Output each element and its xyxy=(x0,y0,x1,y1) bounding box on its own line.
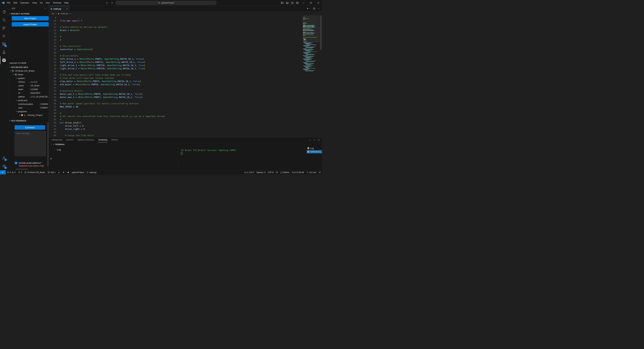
panel-tab-terminal[interactable]: TERMINAL xyxy=(98,137,108,142)
project-name[interactable]: pythonProject xyxy=(70,170,85,174)
code-line[interactable] xyxy=(60,86,322,89)
menu-selection[interactable]: Selection xyxy=(18,1,30,5)
notifications[interactable] xyxy=(318,170,322,174)
customize-layout-button[interactable] xyxy=(295,1,300,5)
breadcrumb-file[interactable]: main.py xyxy=(61,12,68,15)
code-line[interactable]: def drive_task(): xyxy=(60,121,322,124)
panel-tab-ports[interactable]: PORTS xyxy=(111,137,118,142)
tree-item[interactable]: user: COM47 xyxy=(8,106,49,110)
panel-tab-problems[interactable]: PROBLEMS xyxy=(52,137,62,142)
code-line[interactable] xyxy=(60,32,322,35)
language-mode[interactable]: { }Python xyxy=(280,170,291,174)
panel-close-icon[interactable] xyxy=(318,139,320,141)
editor-more-actions-icon[interactable] xyxy=(317,8,320,10)
tree-item[interactable]: communication: COM48 xyxy=(8,102,49,106)
code-line[interactable]: # xyxy=(60,38,322,42)
tree-item[interactable]: id: 88542800 xyxy=(8,91,49,95)
remote-indicator[interactable] xyxy=(0,170,6,174)
code-line[interactable]: # All motors are controlled from this fu… xyxy=(60,115,322,118)
code-line[interactable] xyxy=(60,70,322,73)
code-line[interactable]: MAX_SPEED = 40 xyxy=(60,105,322,108)
code-line[interactable]: # Brain should be defined by default xyxy=(60,26,322,29)
panel-tab-debug-console[interactable]: DEBUG CONSOLE xyxy=(78,137,94,142)
code-line[interactable]: arm_motor = Motor(Ports.PORT8, GearSetti… xyxy=(60,83,322,86)
include-email-checkbox[interactable] xyxy=(15,162,17,164)
code-editor[interactable]: 9101112131415161718192021222324252627282… xyxy=(49,16,322,137)
activity-search[interactable] xyxy=(0,16,8,24)
activity-explorer[interactable] xyxy=(0,8,8,16)
sidebar-horizontal-scrollbar[interactable] xyxy=(16,169,28,170)
maximize-button[interactable] xyxy=(307,0,314,6)
code-line[interactable]: motor_aux_1 = Motor(Ports.PORT5, GearSet… xyxy=(60,92,322,96)
toggle-primary-sidebar-button[interactable] xyxy=(280,1,285,5)
toggle-secondary-sidebar-button[interactable] xyxy=(290,1,295,5)
activity-run-and-debug[interactable] xyxy=(0,32,8,40)
forward-button[interactable] xyxy=(111,2,113,4)
menu-file[interactable]: File xyxy=(5,1,12,5)
back-button[interactable] xyxy=(106,2,108,4)
code-area[interactable]: from vex import *# Brain should be defin… xyxy=(60,16,322,137)
python-interpreter[interactable]: 3.12.12 64-bit xyxy=(290,170,305,174)
code-line[interactable] xyxy=(60,51,322,54)
menu-go[interactable]: Go xyxy=(38,1,44,5)
activity-testing[interactable] xyxy=(0,48,8,56)
cursor-position[interactable]: Ln 1, Col 1 xyxy=(243,170,255,174)
tab-close-icon[interactable] xyxy=(66,8,68,10)
active-program[interactable]: main.py xyxy=(85,170,98,174)
tree-item[interactable]: python: 1.0.1.25 (0x5C3D... xyxy=(8,95,49,98)
menu-run[interactable]: Run xyxy=(44,1,51,5)
code-line[interactable]: # setup the claw motor xyxy=(60,134,322,137)
code-line[interactable]: from vex import * xyxy=(60,19,322,22)
code-line[interactable]: drive_left = 0 xyxy=(60,124,322,128)
breadcrumb-src[interactable]: src xyxy=(52,12,54,15)
code-line[interactable]: # xyxy=(60,35,322,38)
section-device-info[interactable]: VEX DEVICE INFO xyxy=(8,66,49,69)
panel-tab-output[interactable]: OUTPUT xyxy=(66,137,74,142)
code-line[interactable]: left_drive_1 = Motor(Ports.PORT1, GearSe… xyxy=(60,57,322,60)
menu-view[interactable]: View xyxy=(31,1,38,5)
go-live[interactable]: Go Live xyxy=(305,170,318,174)
vex-slot[interactable]: Slot 1 xyxy=(46,170,57,174)
code-line[interactable] xyxy=(60,131,322,134)
vex-download-button[interactable] xyxy=(57,170,62,174)
tree-item[interactable]: Brain xyxy=(8,72,49,76)
split-editor-button[interactable] xyxy=(313,8,315,10)
code-line[interactable]: controller = Controller() xyxy=(60,48,322,51)
activity-source-control[interactable] xyxy=(0,24,8,32)
code-line[interactable] xyxy=(60,42,322,44)
section-feedback[interactable]: VEX FEEDBACK xyxy=(8,119,49,122)
vex-stop-button[interactable] xyxy=(66,170,70,174)
vex-play-button[interactable] xyxy=(62,170,66,174)
terminal-log-pane[interactable]: Log xyxy=(53,146,178,170)
code-line[interactable] xyxy=(60,16,322,19)
run-python-file-button[interactable] xyxy=(306,8,311,10)
toggle-panel-button[interactable] xyxy=(285,1,290,5)
code-line[interactable]: # Max motor speed (percent) for motors c… xyxy=(60,102,322,105)
menu-help[interactable]: Help xyxy=(62,1,70,5)
tab-main-py[interactable]: main.py xyxy=(49,6,70,12)
terminal-instance[interactable]: Interactiv... xyxy=(306,150,322,154)
sidebar-more-actions-icon[interactable] xyxy=(44,7,46,10)
tree-item[interactable]: V5 Brain (V5_Brain) xyxy=(8,69,49,72)
vex-device[interactable]: V5 Brain (V5_Brain) xyxy=(23,170,46,174)
code-line[interactable]: # Drive motors xyxy=(60,54,322,57)
eol[interactable]: LF xyxy=(275,170,280,174)
terminal-output-pane[interactable]: V5 Brain (V5_Brain) Success: Opening COM… xyxy=(179,146,322,170)
tree-item[interactable]: team: 123456 xyxy=(8,88,49,91)
code-line[interactable]: # The controller xyxy=(60,44,322,48)
tree-item[interactable]: VEXos: 1.1.5.0 xyxy=(8,80,49,84)
code-line[interactable]: right_drive_2 = Motor(Ports.PORT20, Gear… xyxy=(60,67,322,70)
ports-forwarded[interactable]: 0 xyxy=(17,170,23,174)
code-line[interactable]: claw_motor = Motor(Ports.PORT3, GearSett… xyxy=(60,80,322,83)
code-line[interactable]: brain = Brain() xyxy=(60,29,322,32)
code-line[interactable] xyxy=(60,22,322,26)
code-line[interactable] xyxy=(60,99,322,102)
comment-button[interactable]: Comment xyxy=(14,125,45,130)
code-line[interactable]: # Claw motor will have max torque limite… xyxy=(60,76,322,80)
code-line[interactable]: motor_aux_2 = Motor(Ports.PORT7, GearSet… xyxy=(60,96,322,99)
panel-maximize-icon[interactable] xyxy=(313,139,316,141)
encoding[interactable]: UTF-8 xyxy=(267,170,275,174)
terminal[interactable]: Log V5 Brain (V5_Brain) Success: Opening… xyxy=(49,146,322,170)
tree-item[interactable]: serial port xyxy=(8,98,49,102)
activity-extensions[interactable]: 1 xyxy=(0,40,8,48)
